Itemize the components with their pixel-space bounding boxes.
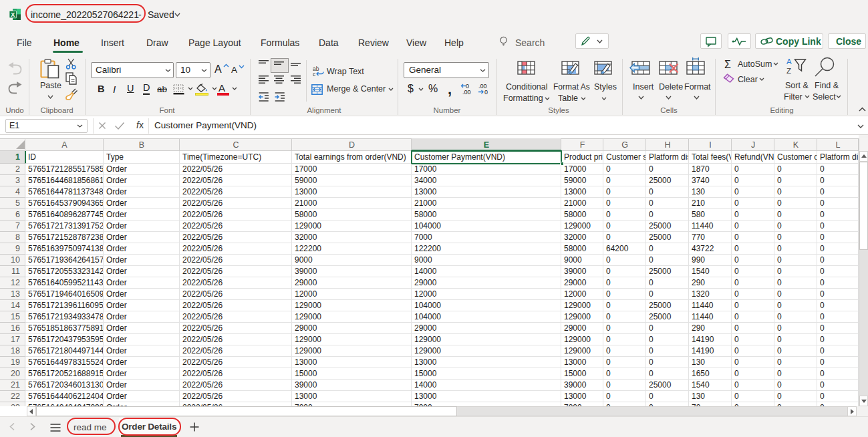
svg-text:A: A	[786, 57, 792, 65]
svg-text:0: 0	[484, 89, 488, 95]
svg-text:Z: Z	[786, 67, 791, 75]
svg-text:.00: .00	[462, 89, 471, 95]
svg-text:X: X	[11, 11, 15, 18]
